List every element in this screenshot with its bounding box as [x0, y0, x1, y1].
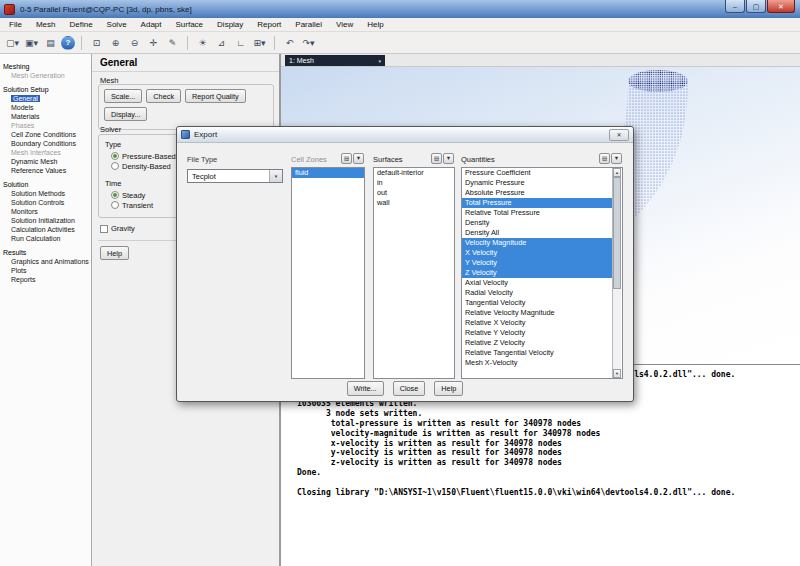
quantity-item[interactable]: Z Velocity [462, 268, 613, 278]
menu-item[interactable]: Solve [100, 19, 134, 30]
quantity-item[interactable]: Density All [462, 228, 613, 238]
list-filter-icon[interactable]: ▼ [353, 153, 364, 164]
tree-item-cell-zone-conditions[interactable]: Cell Zone Conditions [0, 130, 91, 139]
tree-item-solution-methods[interactable]: Solution Methods [0, 189, 91, 198]
tree-item-materials[interactable]: Materials [0, 112, 91, 121]
tree-item-solution[interactable]: Solution [0, 180, 91, 189]
tree-item-solution-controls[interactable]: Solution Controls [0, 198, 91, 207]
close-button[interactable]: ✕ [767, 0, 795, 13]
axes-button[interactable]: ∟ [232, 34, 249, 51]
scroll-up-icon[interactable]: ▲ [613, 168, 621, 177]
list-sort-icon[interactable]: ▤ [431, 153, 442, 164]
quantity-item[interactable]: Axial Velocity [462, 278, 613, 288]
zoom-in-tool-button[interactable]: ⊕ [107, 34, 124, 51]
window-titlebar[interactable]: 0-5 Parallel Fluent@CQP-PC [3d, dp, pbns… [0, 0, 800, 18]
grid-button[interactable]: ⊞▾ [251, 34, 268, 51]
tree-item-phases[interactable]: Phases [0, 121, 91, 130]
tree-item-reference-values[interactable]: Reference Values [0, 166, 91, 175]
probe-tool-button[interactable]: ✎ [164, 34, 181, 51]
menu-item[interactable]: Mesh [29, 19, 63, 30]
surface-item[interactable]: in [374, 178, 454, 188]
lights-button[interactable]: ☀ [194, 34, 211, 51]
menu-item[interactable]: Define [62, 19, 99, 30]
gravity-checkbox[interactable]: Gravity [100, 224, 135, 233]
list-filter-icon[interactable]: ▼ [611, 153, 622, 164]
minimize-button[interactable]: – [725, 0, 745, 13]
surface-item[interactable]: default-interior [374, 168, 454, 178]
maximize-button[interactable]: ▢ [746, 0, 766, 13]
tree-item-reports[interactable]: Reports [0, 275, 91, 284]
tree-item-graphics-and-animations[interactable]: Graphics and Animations [0, 257, 91, 266]
previous-view-button[interactable]: ↶ [281, 34, 298, 51]
tree-item-dynamic-mesh[interactable]: Dynamic Mesh [0, 157, 91, 166]
tree-item-monitors[interactable]: Monitors [0, 207, 91, 216]
quantity-item[interactable]: Relative Total Pressure [462, 208, 613, 218]
next-view-button[interactable]: ↷▾ [300, 34, 317, 51]
export-close-button[interactable]: Close [393, 381, 426, 396]
surface-item[interactable]: out [374, 188, 454, 198]
export-help-button[interactable]: Help [434, 381, 463, 396]
list-sort-icon[interactable]: ▤ [599, 153, 610, 164]
tree-item-mesh-interfaces[interactable]: Mesh Interfaces [0, 148, 91, 157]
list-filter-icon[interactable]: ▼ [443, 153, 454, 164]
scroll-down-icon[interactable]: ▼ [613, 369, 621, 378]
report-quality-button[interactable]: Report Quality [185, 89, 246, 103]
tree-item-solution-setup[interactable]: Solution Setup [0, 85, 91, 94]
tree-item-results[interactable]: Results [0, 248, 91, 257]
zoom-out-tool-button[interactable]: ⊖ [126, 34, 143, 51]
quantity-item[interactable]: Relative Y Velocity [462, 328, 613, 338]
ruler-button[interactable]: ⊿ [213, 34, 230, 51]
quantity-item[interactable]: Radial Velocity [462, 288, 613, 298]
quantity-item[interactable]: X Velocity [462, 248, 613, 258]
tree-item-models[interactable]: Models [0, 103, 91, 112]
quantity-item[interactable]: Dynamic Pressure [462, 178, 613, 188]
save-button[interactable]: ▣▾ [23, 34, 40, 51]
select-tool-button[interactable]: ⊡ [88, 34, 105, 51]
print-button[interactable]: ▤ [42, 34, 59, 51]
quantity-item[interactable]: Relative X Velocity [462, 318, 613, 328]
cell-zone-item[interactable]: fluid [292, 168, 364, 178]
quantity-item[interactable]: Tangential Velocity [462, 298, 613, 308]
tree-item-solution-initialization[interactable]: Solution Initialization [0, 216, 91, 225]
surface-item[interactable]: wall [374, 198, 454, 208]
menu-item[interactable]: Parallel [288, 19, 329, 30]
mesh-scale-button[interactable]: Scale... [104, 89, 142, 103]
help-button[interactable]: Help [100, 246, 129, 260]
pan-tool-button[interactable]: ✛ [145, 34, 162, 51]
quantity-item[interactable]: Relative Z Velocity [462, 338, 613, 348]
info-button[interactable]: ? [61, 36, 75, 50]
mesh-display-button[interactable]: Display... [104, 107, 147, 121]
quantity-item[interactable]: Density [462, 218, 613, 228]
quantity-item[interactable]: Total Pressure [462, 198, 613, 208]
scrollbar-thumb[interactable] [613, 177, 621, 289]
menu-item[interactable]: Report [250, 19, 288, 30]
tree-item-meshing[interactable]: Meshing [0, 62, 91, 71]
menu-item[interactable]: Surface [169, 19, 211, 30]
quantity-item[interactable]: Y Velocity [462, 258, 613, 268]
quantities-scrollbar[interactable]: ▲ ▼ [612, 168, 621, 378]
quantity-item[interactable]: Pressure Coefficient [462, 168, 613, 178]
file-type-dropdown[interactable]: Tecplot ▾ [187, 169, 283, 183]
quantity-item[interactable]: Mesh X-Velocity [462, 358, 613, 368]
tree-item-general[interactable]: General [0, 94, 91, 103]
menu-item[interactable]: File [2, 19, 29, 30]
tree-item-boundary-conditions[interactable]: Boundary Conditions [0, 139, 91, 148]
export-write-button[interactable]: Write... [347, 381, 384, 396]
tree-item-calculation-activities[interactable]: Calculation Activities [0, 225, 91, 234]
tree-item-mesh-generation[interactable]: Mesh Generation [0, 71, 91, 80]
menu-item[interactable]: View [329, 19, 360, 30]
export-dialog-titlebar[interactable]: Export ✕ [177, 127, 633, 143]
quantity-item[interactable]: Relative Tangential Velocity [462, 348, 613, 358]
tree-item-run-calculation[interactable]: Run Calculation [0, 234, 91, 243]
menu-item[interactable]: Display [210, 19, 250, 30]
tree-item-plots[interactable]: Plots [0, 266, 91, 275]
quantity-item[interactable]: Absolute Pressure [462, 188, 613, 198]
list-sort-icon[interactable]: ▤ [341, 153, 352, 164]
view-selector-dropdown[interactable]: 1: Mesh ▾ [285, 55, 385, 66]
new-file-button[interactable]: ▢▾ [4, 34, 21, 51]
mesh-check-button[interactable]: Check [146, 89, 181, 103]
quantity-item[interactable]: Velocity Magnitude [462, 238, 613, 248]
dialog-close-button[interactable]: ✕ [609, 129, 629, 141]
menu-item[interactable]: Help [360, 19, 390, 30]
quantity-item[interactable]: Relative Velocity Magnitude [462, 308, 613, 318]
